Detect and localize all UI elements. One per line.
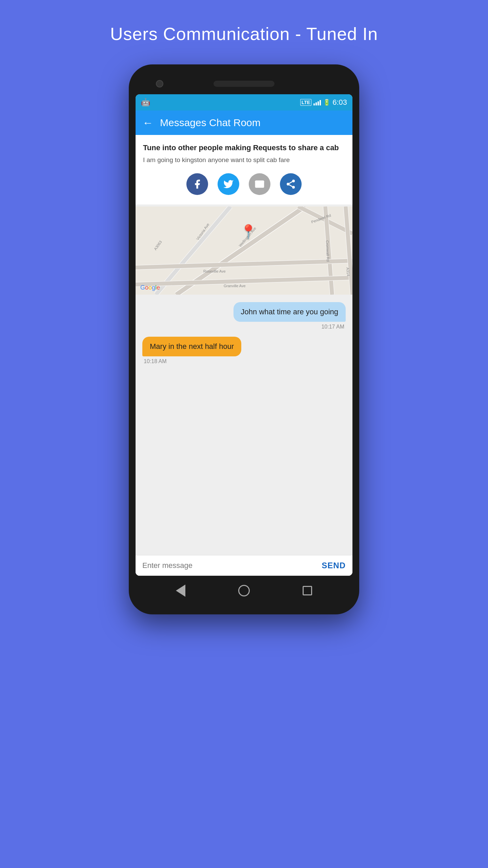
share-icon [285, 179, 296, 190]
battery-icon: 🔋 [323, 99, 330, 106]
android-icon: 🤖 [141, 98, 150, 107]
svg-line-4 [289, 181, 292, 183]
svg-point-1 [287, 183, 289, 185]
nav-home-button[interactable] [237, 584, 251, 597]
tune-in-subtitle: I am going to kingston anyone want to sp… [143, 156, 345, 164]
status-bar: 🤖 LTE 🔋 6:03 [136, 94, 352, 111]
map-pin: 📍 [240, 224, 257, 240]
svg-text:Roseville Ave: Roseville Ave [203, 269, 226, 273]
recents-nav-icon [303, 586, 312, 595]
lte-indicator: LTE [300, 99, 311, 106]
header-title: Messages Chat Room [160, 117, 261, 129]
svg-text:Cromwall Rd: Cromwall Rd [325, 240, 330, 261]
status-left: 🤖 [141, 98, 150, 107]
signal-bar-4 [320, 100, 321, 105]
app-header: ← Messages Chat Room [136, 111, 352, 135]
tune-in-title: Tune into other people making Requests t… [143, 143, 345, 153]
mail-icon [254, 179, 265, 190]
mail-share-button[interactable] [249, 173, 270, 195]
phone-bottom-nav [136, 576, 352, 604]
social-buttons [143, 171, 345, 198]
nav-back-button[interactable] [174, 584, 187, 597]
svg-text:Granville Ave: Granville Ave [224, 284, 246, 288]
message-outgoing-1: John what time are you going 10:17 AM [142, 302, 346, 330]
svg-line-3 [289, 185, 292, 186]
status-right: LTE 🔋 6:03 [300, 98, 347, 107]
message-input[interactable] [142, 561, 322, 570]
message-input-area: SEND [136, 555, 352, 576]
svg-point-2 [292, 186, 295, 189]
phone-screen: 🤖 LTE 🔋 6:03 ← Messages Chat Room [136, 94, 352, 576]
map-roads-svg: A3063 Victoria Ave Wellington Ave Pender… [136, 206, 352, 295]
message-incoming-1: Mary in the next half hour 10:18 AM [142, 337, 346, 364]
message-time-outgoing: 10:17 AM [321, 324, 344, 330]
phone-speaker [214, 81, 274, 87]
signal-bars [313, 99, 321, 105]
nav-recents-button[interactable] [301, 584, 314, 597]
home-nav-icon [238, 585, 250, 596]
svg-point-0 [292, 179, 295, 182]
send-button[interactable]: SEND [322, 561, 346, 570]
phone-top-bar [136, 75, 352, 94]
generic-share-button[interactable] [280, 173, 302, 195]
svg-text:A314: A314 [346, 267, 350, 276]
tune-in-card: Tune into other people making Requests t… [136, 135, 352, 204]
signal-bar-3 [318, 101, 319, 105]
message-bubble-incoming: Mary in the next half hour [142, 337, 241, 356]
facebook-icon [192, 179, 203, 190]
status-time: 6:03 [332, 98, 347, 107]
google-logo: Google [140, 284, 160, 291]
signal-bar-1 [313, 103, 315, 105]
back-button[interactable]: ← [142, 117, 153, 129]
page-title: Users Communication - Tuned In [110, 24, 378, 44]
message-time-incoming: 10:18 AM [144, 358, 167, 364]
facebook-share-button[interactable] [186, 173, 208, 195]
back-nav-icon [176, 585, 185, 597]
twitter-icon [223, 179, 234, 190]
phone-camera [156, 80, 163, 87]
phone-frame: 🤖 LTE 🔋 6:03 ← Messages Chat Room [129, 64, 359, 614]
message-bubble-outgoing: John what time are you going [233, 302, 346, 322]
messages-area: John what time are you going 10:17 AM Ma… [136, 297, 352, 555]
map-background: A3063 Victoria Ave Wellington Ave Pender… [136, 206, 352, 295]
twitter-share-button[interactable] [218, 173, 239, 195]
map-area[interactable]: A3063 Victoria Ave Wellington Ave Pender… [136, 206, 352, 295]
chat-content: Tune into other people making Requests t… [136, 135, 352, 576]
signal-bar-2 [316, 102, 317, 105]
